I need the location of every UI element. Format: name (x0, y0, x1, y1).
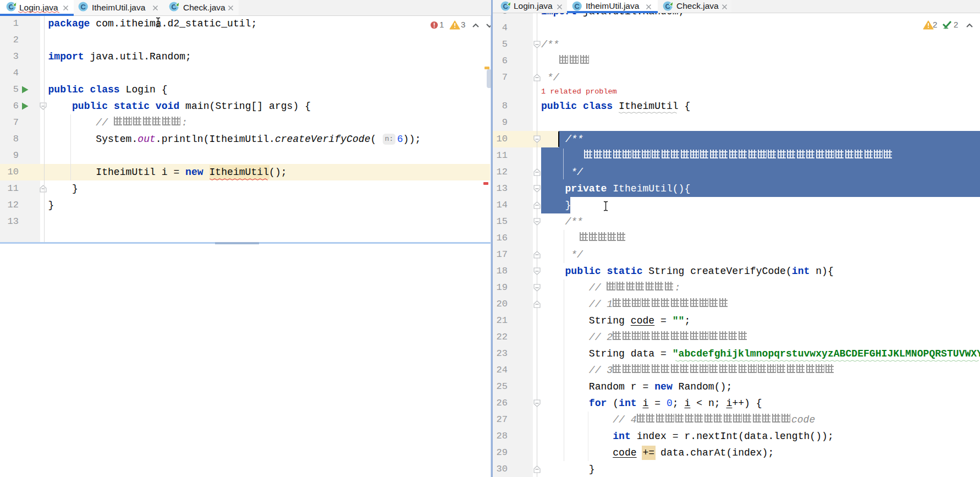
svg-text:C: C (9, 3, 14, 11)
svg-text:C: C (172, 3, 177, 11)
svg-text:C: C (81, 3, 86, 11)
svg-text:C: C (665, 2, 671, 10)
svg-text:C: C (503, 2, 509, 10)
svg-text:C: C (575, 2, 580, 10)
